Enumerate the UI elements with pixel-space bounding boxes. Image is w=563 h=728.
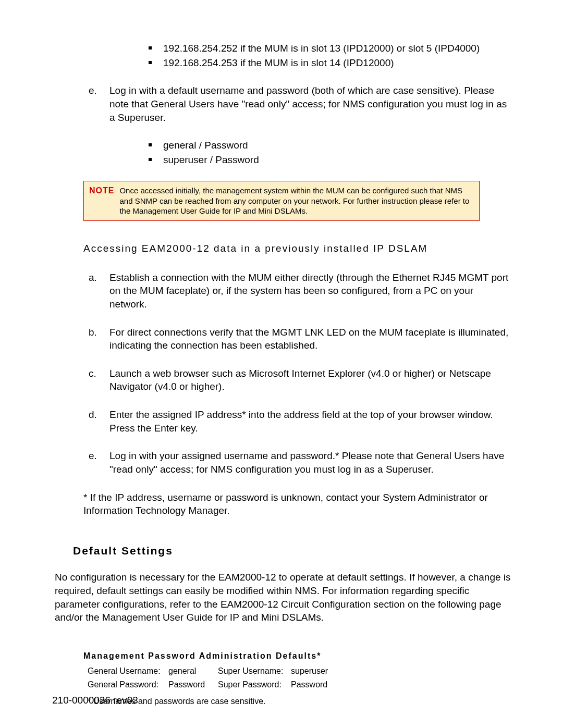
defaults-value: Password [168, 679, 218, 690]
ordered-step-e2: e. Log in with your assigned username an… [89, 449, 511, 476]
subheading-accessing: Accessing EAM2000-12 data in a previousl… [83, 242, 511, 255]
list-item: superuser / Password [149, 153, 511, 167]
step-text: Enter the assigned IP address* into the … [109, 408, 511, 435]
defaults-row: General Username: general Super Username… [88, 665, 511, 677]
list-item: general / Password [149, 139, 511, 152]
ip-text: 192.168.254.252 if the MUM is in slot 13… [163, 43, 480, 54]
ordered-step-c: c. Launch a web browser such as Microsof… [89, 367, 511, 393]
defaults-row: General Password: Password Super Passwor… [88, 679, 511, 690]
ordered-step-d: d. Enter the assigned IP address* into t… [89, 408, 511, 435]
step-marker: c. [89, 367, 109, 393]
step-text: Establish a connection with the MUM eith… [109, 271, 511, 311]
step-text: Log in with a default username and passw… [109, 84, 511, 124]
note-label: NOTE [89, 186, 114, 216]
defaults-value: superuser [291, 665, 328, 677]
defaults-title: Management Password Administration Defau… [83, 650, 511, 662]
defaults-label: Super Username: [218, 665, 291, 677]
step-text: Launch a web browser such as Microsoft I… [109, 367, 511, 393]
default-settings-para: No configuration is necessary for the EA… [55, 571, 511, 624]
step-marker: b. [89, 326, 109, 352]
step-marker: e. [89, 84, 109, 124]
asterisk-note: * If the IP address, username or passwor… [83, 491, 511, 517]
defaults-value: general [168, 665, 218, 677]
defaults-label: Super Password: [218, 679, 291, 690]
note-text: Once accessed initially, the management … [119, 186, 474, 216]
ordered-step-e1: e. Log in with a default username and pa… [89, 84, 511, 124]
step-text: For direct connections verify that the M… [109, 326, 511, 352]
cred-text: superuser / Password [163, 154, 259, 165]
section-heading-default-settings: Default Settings [73, 544, 511, 558]
defaults-label: General Password: [88, 679, 168, 690]
page-footer: 210-0000036 rev03 [52, 694, 138, 707]
defaults-label: General Username: [88, 665, 168, 677]
defaults-value: Password [291, 679, 327, 690]
credential-bullets: general / Password superuser / Password [149, 139, 511, 166]
note-box: NOTE Once accessed initially, the manage… [83, 181, 480, 221]
step-text: Log in with your assigned username and p… [109, 449, 511, 476]
ordered-step-a: a. Establish a connection with the MUM e… [89, 271, 511, 311]
step-marker: d. [89, 408, 109, 435]
step-marker: a. [89, 271, 109, 311]
ip-bullets: 192.168.254.252 if the MUM is in slot 13… [149, 42, 511, 69]
ip-text: 192.168.254.253 if the MUM is in slot 14… [163, 57, 394, 68]
list-item: 192.168.254.253 if the MUM is in slot 14… [149, 56, 511, 70]
step-marker: e. [89, 449, 109, 476]
ordered-step-b: b. For direct connections verify that th… [89, 326, 511, 352]
list-item: 192.168.254.252 if the MUM is in slot 13… [149, 42, 511, 55]
cred-text: general / Password [163, 140, 248, 151]
defaults-box: Management Password Administration Defau… [83, 650, 511, 707]
defaults-footnote: * Usernames and passwords are case sensi… [88, 696, 511, 707]
